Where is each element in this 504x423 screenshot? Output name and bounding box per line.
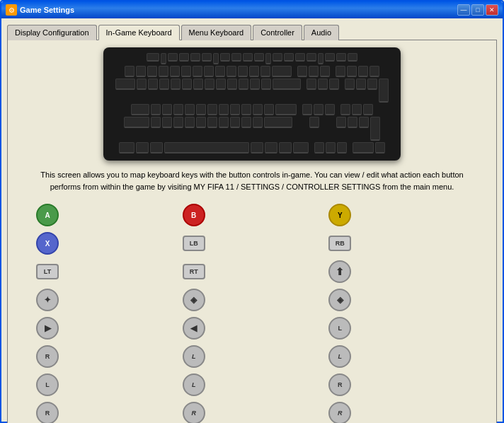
btn-row-dpad1: ✦ <box>36 287 176 313</box>
tab-audio[interactable]: Audio <box>304 25 339 40</box>
button-l3[interactable]: L <box>328 345 351 368</box>
button-rb9[interactable]: R <box>328 402 351 423</box>
button-rb[interactable]: RB <box>328 236 351 251</box>
btn-row-ls: L <box>328 315 468 341</box>
button-lb[interactable]: LB <box>183 236 205 251</box>
button-lt[interactable]: LT <box>36 264 59 279</box>
btn-row-l2: L <box>183 344 322 369</box>
btn-row-rb6: R <box>328 372 468 398</box>
btn-row-rt: RT <box>183 259 322 284</box>
button-a[interactable]: A <box>36 204 59 226</box>
button-dpad2[interactable]: ◈ <box>183 289 205 311</box>
btn-row-back: ◀ <box>183 315 322 341</box>
btn-row-play: ▶ <box>36 315 176 341</box>
btn-row-dpad3: ◈ <box>328 287 468 313</box>
btn-row-r1: R <box>36 344 176 369</box>
minimize-button[interactable]: — <box>457 4 470 16</box>
btn-row-rb9: R <box>328 400 468 423</box>
btn-row-dpad-up: ⬆ <box>328 259 468 284</box>
btn-row-lb: LB <box>183 231 322 256</box>
title-buttons: — □ ✕ <box>457 4 498 16</box>
btn-row-rb8: R <box>183 400 322 423</box>
button-rb6[interactable]: R <box>328 373 351 396</box>
keyboard-graphic <box>103 47 401 161</box>
controller-buttons-grid: A B Y X LB RB <box>15 202 489 423</box>
button-r1[interactable]: R <box>36 345 59 368</box>
maximize-button[interactable]: □ <box>471 4 484 16</box>
btn-row-rb7: R <box>36 400 176 423</box>
window-body: Display Configuration In-Game Keyboard M… <box>1 18 503 423</box>
btn-row-l3: L <box>328 344 468 369</box>
button-y[interactable]: Y <box>328 204 351 226</box>
button-rb7[interactable]: R <box>36 402 59 423</box>
button-play[interactable]: ▶ <box>36 317 59 340</box>
button-ls[interactable]: L <box>328 317 351 340</box>
btn-row-x: X <box>36 231 176 256</box>
button-rt[interactable]: RT <box>183 264 205 279</box>
button-lb5[interactable]: L <box>183 373 205 396</box>
description-text: This screen allows you to map keyboard k… <box>15 169 489 192</box>
button-lb4[interactable]: L <box>36 373 59 396</box>
btn-row-lb5: L <box>183 372 322 398</box>
app-icon: ⚙ <box>6 4 17 16</box>
button-dpad-up[interactable]: ⬆ <box>328 260 351 283</box>
button-dpad1[interactable]: ✦ <box>36 289 59 311</box>
tab-bar: Display Configuration In-Game Keyboard M… <box>7 24 497 40</box>
button-b[interactable]: B <box>183 204 205 226</box>
btn-row-rb: RB <box>328 231 468 256</box>
button-rb8[interactable]: R <box>183 402 205 423</box>
close-button[interactable]: ✕ <box>486 4 498 16</box>
btn-row-a: A <box>36 202 176 228</box>
title-bar: ⚙ Game Settings — □ ✕ <box>1 1 503 18</box>
tab-controller[interactable]: Controller <box>253 25 302 40</box>
window-title: Game Settings <box>20 6 74 14</box>
tab-display-configuration[interactable]: Display Configuration <box>7 25 97 40</box>
tab-content: This screen allows you to map keyboard k… <box>7 40 497 423</box>
btn-row-lt: LT <box>36 259 176 284</box>
keyboard-image-container <box>15 47 489 161</box>
button-back[interactable]: ◀ <box>183 317 205 340</box>
btn-row-dpad2: ◈ <box>183 287 322 313</box>
tab-ingame-keyboard[interactable]: In-Game Keyboard <box>98 25 180 40</box>
tab-menu-keyboard[interactable]: Menu Keyboard <box>181 25 252 40</box>
button-l2[interactable]: L <box>183 345 205 368</box>
button-dpad3[interactable]: ◈ <box>328 289 351 311</box>
title-bar-left: ⚙ Game Settings <box>6 4 74 16</box>
button-x[interactable]: X <box>36 232 59 255</box>
btn-row-y: Y <box>328 202 468 228</box>
btn-row-b: B <box>183 202 322 228</box>
btn-row-lb4: L <box>36 372 176 398</box>
main-window: ⚙ Game Settings — □ ✕ Display Configurat… <box>0 0 504 423</box>
